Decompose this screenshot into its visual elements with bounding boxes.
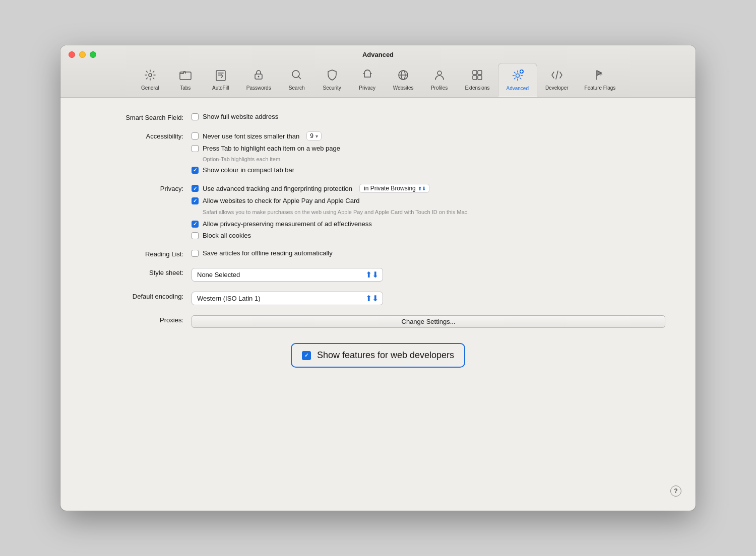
tab-security-label: Security — [323, 85, 341, 91]
block-cookies-checkbox[interactable] — [192, 232, 199, 239]
apple-pay-row: Allow websites to check for Apple Pay an… — [192, 197, 665, 204]
save-articles-label: Save articles for offline reading automa… — [203, 249, 333, 257]
tab-passwords[interactable]: Passwords — [238, 63, 279, 96]
never-use-font-row: Never use font sizes smaller than 9 ▾ — [192, 131, 665, 141]
accessibility-label: Accessibility: — [91, 131, 192, 140]
privacy-controls: Use advanced tracking and fingerprinting… — [192, 184, 665, 239]
passwords-icon — [250, 67, 267, 83]
show-colour-label: Show colour in compact tab bar — [203, 166, 294, 174]
style-sheet-label: Style sheet: — [91, 268, 192, 276]
svg-rect-12 — [478, 76, 482, 80]
show-features-checkbox[interactable] — [302, 351, 311, 360]
never-use-font-checkbox[interactable] — [192, 132, 199, 140]
tab-extensions-label: Extensions — [465, 85, 490, 91]
smart-search-controls: Show full website address — [192, 113, 665, 120]
security-icon — [324, 67, 340, 83]
tab-security[interactable]: Security — [314, 63, 350, 96]
tab-advanced-label: Advanced — [507, 86, 529, 91]
smart-search-label: Smart Search Field: — [91, 113, 192, 121]
default-encoding-label: Default encoding: — [91, 292, 192, 300]
developer-highlight-box: Show features for web developers — [291, 343, 465, 368]
close-button[interactable] — [69, 51, 75, 58]
developer-icon — [549, 67, 565, 83]
svg-point-8 — [437, 71, 442, 75]
tab-general[interactable]: General — [133, 63, 168, 96]
font-size-dropdown[interactable]: 9 ▾ — [306, 131, 322, 141]
change-settings-button[interactable]: Change Settings... — [192, 315, 665, 328]
tracking-dropdown-value: in Private Browsing — [364, 185, 416, 192]
reading-list-controls: Save articles for offline reading automa… — [192, 249, 665, 257]
title-bar-top: Advanced — [69, 51, 687, 58]
tab-feature-flags-label: Feature Flags — [585, 85, 616, 91]
tab-hint-text: Option-Tab highlights each item. — [203, 156, 665, 162]
toolbar: General Tabs — [133, 63, 624, 97]
style-sheet-arrow: ⬆⬇ — [365, 270, 379, 280]
proxies-label: Proxies: — [91, 315, 192, 324]
help-button[interactable]: ? — [670, 485, 681, 497]
proxies-section: Proxies: Change Settings... — [91, 315, 665, 328]
never-use-font-label: Never use font sizes smaller than — [203, 132, 299, 140]
window-title: Advanced — [362, 51, 394, 58]
show-full-address-row: Show full website address — [192, 113, 665, 120]
traffic-lights — [69, 51, 96, 58]
tab-extensions[interactable]: Extensions — [457, 63, 498, 96]
advanced-icon — [510, 67, 526, 84]
apple-pay-checkbox[interactable] — [192, 197, 199, 204]
privacy-icon — [359, 67, 375, 83]
profiles-icon — [431, 67, 448, 83]
title-bar: Advanced General — [60, 45, 696, 98]
websites-icon — [395, 67, 411, 83]
extensions-icon — [469, 67, 485, 83]
tab-websites-label: Websites — [393, 85, 414, 91]
ad-measurement-checkbox[interactable] — [192, 221, 199, 228]
show-colour-checkbox[interactable] — [192, 167, 199, 174]
minimize-button[interactable] — [79, 51, 86, 58]
tab-passwords-label: Passwords — [246, 85, 271, 91]
tracking-dropdown[interactable]: in Private Browsing ⬆⬇ — [359, 184, 429, 193]
autofill-icon — [213, 67, 229, 83]
style-sheet-section: Style sheet: None Selected ⬆⬇ — [91, 268, 665, 282]
tab-privacy[interactable]: Privacy — [350, 63, 385, 96]
tab-autofill[interactable]: AutoFill — [203, 63, 238, 96]
apple-pay-hint: Safari allows you to make purchases on t… — [203, 208, 480, 216]
tab-developer[interactable]: Developer — [537, 63, 577, 96]
default-encoding-value: Western (ISO Latin 1) — [197, 295, 260, 302]
tab-privacy-label: Privacy — [359, 85, 375, 91]
tab-profiles[interactable]: Profiles — [422, 63, 457, 96]
press-tab-checkbox[interactable] — [192, 145, 199, 152]
tracking-dropdown-arrow: ⬆⬇ — [418, 186, 426, 191]
reading-list-label: Reading List: — [91, 249, 192, 258]
tab-general-label: General — [141, 85, 159, 91]
accessibility-controls: Never use font sizes smaller than 9 ▾ Pr… — [192, 131, 665, 174]
show-full-address-label: Show full website address — [203, 113, 278, 120]
default-encoding-arrow: ⬆⬇ — [365, 294, 379, 303]
svg-point-0 — [149, 74, 152, 77]
save-articles-checkbox[interactable] — [192, 250, 199, 257]
tab-feature-flags[interactable]: Feature Flags — [577, 63, 624, 96]
press-tab-row: Press Tab to highlight each item on a we… — [192, 145, 665, 152]
show-colour-row: Show colour in compact tab bar — [192, 166, 665, 174]
privacy-section: Privacy: Use advanced tracking and finge… — [91, 184, 665, 239]
tab-autofill-label: AutoFill — [212, 85, 229, 91]
content-area: Smart Search Field: Show full website ad… — [60, 98, 696, 511]
style-sheet-dropdown[interactable]: None Selected ⬆⬇ — [192, 268, 383, 282]
tab-websites[interactable]: Websites — [385, 63, 422, 96]
tab-search[interactable]: Search — [279, 63, 314, 96]
block-cookies-label: Block all cookies — [203, 232, 251, 239]
block-cookies-row: Block all cookies — [192, 232, 665, 239]
svg-rect-9 — [473, 71, 477, 75]
reading-list-section: Reading List: Save articles for offline … — [91, 249, 665, 258]
svg-rect-10 — [478, 71, 482, 75]
search-icon — [289, 67, 305, 83]
font-size-arrow: ▾ — [316, 133, 318, 139]
tab-advanced[interactable]: Advanced — [498, 63, 537, 97]
tracking-protection-checkbox[interactable] — [192, 185, 199, 192]
default-encoding-dropdown[interactable]: Western (ISO Latin 1) ⬆⬇ — [192, 292, 383, 305]
maximize-button[interactable] — [90, 51, 96, 58]
show-features-label: Show features for web developers — [317, 350, 454, 361]
tab-tabs[interactable]: Tabs — [168, 63, 203, 96]
tab-search-label: Search — [289, 85, 305, 91]
show-full-address-checkbox[interactable] — [192, 113, 199, 120]
svg-point-5 — [292, 71, 299, 78]
ad-measurement-label: Allow privacy-preserving measurement of … — [203, 220, 372, 228]
